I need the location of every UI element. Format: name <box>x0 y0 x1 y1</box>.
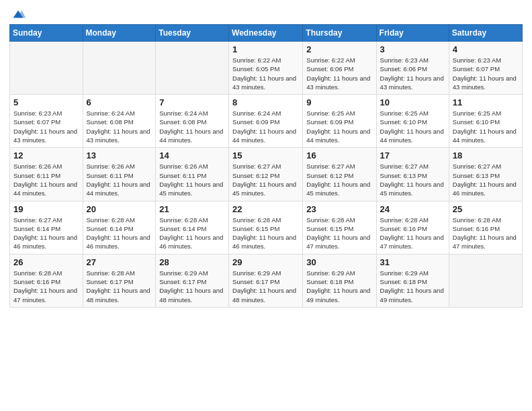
calendar-cell: 10Sunrise: 6:25 AM Sunset: 6:10 PM Dayli… <box>376 95 449 148</box>
day-number: 29 <box>232 257 299 267</box>
day-of-week-header: Tuesday <box>156 25 229 42</box>
calendar-cell <box>83 42 156 95</box>
calendar-cell: 23Sunrise: 6:28 AM Sunset: 6:15 PM Dayli… <box>303 201 376 254</box>
day-info: Sunrise: 6:24 AM Sunset: 6:09 PM Dayligh… <box>232 109 299 144</box>
day-number: 30 <box>306 257 372 267</box>
day-number: 18 <box>453 150 519 161</box>
calendar-cell: 3Sunrise: 6:23 AM Sunset: 6:06 PM Daylig… <box>376 42 449 95</box>
day-info: Sunrise: 6:23 AM Sunset: 6:07 PM Dayligh… <box>13 109 79 144</box>
logo-icon <box>11 7 26 21</box>
calendar-cell: 28Sunrise: 6:29 AM Sunset: 6:17 PM Dayli… <box>156 254 229 307</box>
day-number: 4 <box>453 44 519 54</box>
calendar-cell: 6Sunrise: 6:24 AM Sunset: 6:08 PM Daylig… <box>83 95 156 148</box>
day-info: Sunrise: 6:29 AM Sunset: 6:18 PM Dayligh… <box>380 269 445 304</box>
day-info: Sunrise: 6:25 AM Sunset: 6:10 PM Dayligh… <box>453 109 519 144</box>
calendar-cell: 27Sunrise: 6:28 AM Sunset: 6:17 PM Dayli… <box>83 254 156 307</box>
calendar-week-row: 1Sunrise: 6:22 AM Sunset: 6:05 PM Daylig… <box>10 42 523 95</box>
calendar-cell: 15Sunrise: 6:27 AM Sunset: 6:12 PM Dayli… <box>229 148 303 201</box>
calendar-cell: 9Sunrise: 6:25 AM Sunset: 6:09 PM Daylig… <box>303 95 376 148</box>
day-info: Sunrise: 6:28 AM Sunset: 6:16 PM Dayligh… <box>380 216 445 251</box>
calendar-cell: 30Sunrise: 6:29 AM Sunset: 6:18 PM Dayli… <box>303 254 376 307</box>
day-of-week-header: Thursday <box>303 25 376 42</box>
day-number: 24 <box>380 204 445 214</box>
day-number: 27 <box>87 257 152 267</box>
calendar-week-row: 12Sunrise: 6:26 AM Sunset: 6:11 PM Dayli… <box>10 148 523 201</box>
day-info: Sunrise: 6:28 AM Sunset: 6:14 PM Dayligh… <box>159 216 225 251</box>
day-info: Sunrise: 6:27 AM Sunset: 6:12 PM Dayligh… <box>306 162 372 197</box>
calendar-cell: 2Sunrise: 6:22 AM Sunset: 6:06 PM Daylig… <box>303 42 376 95</box>
day-info: Sunrise: 6:28 AM Sunset: 6:16 PM Dayligh… <box>453 216 519 251</box>
day-number: 14 <box>159 150 225 161</box>
day-info: Sunrise: 6:26 AM Sunset: 6:11 PM Dayligh… <box>159 162 225 197</box>
day-info: Sunrise: 6:22 AM Sunset: 6:06 PM Dayligh… <box>306 56 372 91</box>
page: SundayMondayTuesdayWednesdayThursdayFrid… <box>0 0 532 411</box>
day-info: Sunrise: 6:27 AM Sunset: 6:13 PM Dayligh… <box>453 162 519 197</box>
calendar-cell: 17Sunrise: 6:27 AM Sunset: 6:13 PM Dayli… <box>376 148 449 201</box>
day-info: Sunrise: 6:27 AM Sunset: 6:12 PM Dayligh… <box>232 162 299 197</box>
day-info: Sunrise: 6:28 AM Sunset: 6:14 PM Dayligh… <box>87 216 152 251</box>
day-info: Sunrise: 6:23 AM Sunset: 6:07 PM Dayligh… <box>453 56 519 91</box>
calendar-cell: 1Sunrise: 6:22 AM Sunset: 6:05 PM Daylig… <box>229 42 303 95</box>
day-number: 8 <box>232 97 299 107</box>
day-of-week-header: Friday <box>376 25 449 42</box>
day-info: Sunrise: 6:27 AM Sunset: 6:14 PM Dayligh… <box>13 216 79 251</box>
day-number: 31 <box>380 257 445 267</box>
day-number: 12 <box>13 150 79 161</box>
day-of-week-header: Monday <box>83 25 156 42</box>
calendar-cell: 5Sunrise: 6:23 AM Sunset: 6:07 PM Daylig… <box>10 95 83 148</box>
day-number: 11 <box>453 97 519 107</box>
day-of-week-header: Saturday <box>449 25 522 42</box>
day-info: Sunrise: 6:25 AM Sunset: 6:10 PM Dayligh… <box>380 109 445 144</box>
day-number: 22 <box>232 204 299 214</box>
calendar-cell: 7Sunrise: 6:24 AM Sunset: 6:08 PM Daylig… <box>156 95 229 148</box>
day-info: Sunrise: 6:28 AM Sunset: 6:17 PM Dayligh… <box>87 269 152 304</box>
calendar-cell: 12Sunrise: 6:26 AM Sunset: 6:11 PM Dayli… <box>10 148 83 201</box>
day-info: Sunrise: 6:29 AM Sunset: 6:17 PM Dayligh… <box>159 269 225 304</box>
calendar-cell <box>449 254 522 307</box>
calendar-cell: 19Sunrise: 6:27 AM Sunset: 6:14 PM Dayli… <box>10 201 83 254</box>
day-number: 21 <box>159 204 225 214</box>
day-number: 10 <box>380 97 445 107</box>
calendar-cell <box>10 42 83 95</box>
calendar-cell: 21Sunrise: 6:28 AM Sunset: 6:14 PM Dayli… <box>156 201 229 254</box>
calendar: SundayMondayTuesdayWednesdayThursdayFrid… <box>9 24 523 308</box>
day-number: 17 <box>380 150 445 161</box>
calendar-cell: 11Sunrise: 6:25 AM Sunset: 6:10 PM Dayli… <box>449 95 522 148</box>
calendar-week-row: 19Sunrise: 6:27 AM Sunset: 6:14 PM Dayli… <box>10 201 523 254</box>
day-info: Sunrise: 6:22 AM Sunset: 6:05 PM Dayligh… <box>232 56 299 91</box>
day-number: 13 <box>87 150 152 161</box>
day-info: Sunrise: 6:29 AM Sunset: 6:18 PM Dayligh… <box>306 269 372 304</box>
day-info: Sunrise: 6:23 AM Sunset: 6:06 PM Dayligh… <box>380 56 445 91</box>
day-of-week-header: Wednesday <box>229 25 303 42</box>
day-number: 2 <box>306 44 372 54</box>
day-number: 5 <box>13 97 79 107</box>
calendar-cell: 20Sunrise: 6:28 AM Sunset: 6:14 PM Dayli… <box>83 201 156 254</box>
day-info: Sunrise: 6:26 AM Sunset: 6:11 PM Dayligh… <box>13 162 79 197</box>
day-of-week-header: Sunday <box>10 25 83 42</box>
day-number: 28 <box>159 257 225 267</box>
calendar-week-row: 26Sunrise: 6:28 AM Sunset: 6:16 PM Dayli… <box>10 254 523 307</box>
day-info: Sunrise: 6:24 AM Sunset: 6:08 PM Dayligh… <box>87 109 152 144</box>
day-number: 20 <box>87 204 152 214</box>
day-number: 15 <box>232 150 299 161</box>
calendar-header-row: SundayMondayTuesdayWednesdayThursdayFrid… <box>10 25 523 42</box>
logo <box>9 7 26 19</box>
day-info: Sunrise: 6:28 AM Sunset: 6:15 PM Dayligh… <box>306 216 372 251</box>
day-number: 1 <box>232 44 299 54</box>
day-number: 26 <box>13 257 79 267</box>
day-info: Sunrise: 6:24 AM Sunset: 6:08 PM Dayligh… <box>159 109 225 144</box>
calendar-week-row: 5Sunrise: 6:23 AM Sunset: 6:07 PM Daylig… <box>10 95 523 148</box>
calendar-cell: 8Sunrise: 6:24 AM Sunset: 6:09 PM Daylig… <box>229 95 303 148</box>
calendar-cell: 4Sunrise: 6:23 AM Sunset: 6:07 PM Daylig… <box>449 42 522 95</box>
day-info: Sunrise: 6:26 AM Sunset: 6:11 PM Dayligh… <box>87 162 152 197</box>
calendar-cell: 31Sunrise: 6:29 AM Sunset: 6:18 PM Dayli… <box>376 254 449 307</box>
day-info: Sunrise: 6:28 AM Sunset: 6:15 PM Dayligh… <box>232 216 299 251</box>
calendar-cell: 18Sunrise: 6:27 AM Sunset: 6:13 PM Dayli… <box>449 148 522 201</box>
calendar-cell: 25Sunrise: 6:28 AM Sunset: 6:16 PM Dayli… <box>449 201 522 254</box>
day-info: Sunrise: 6:29 AM Sunset: 6:17 PM Dayligh… <box>232 269 299 304</box>
calendar-cell: 16Sunrise: 6:27 AM Sunset: 6:12 PM Dayli… <box>303 148 376 201</box>
calendar-cell: 24Sunrise: 6:28 AM Sunset: 6:16 PM Dayli… <box>376 201 449 254</box>
day-number: 19 <box>13 204 79 214</box>
calendar-cell: 14Sunrise: 6:26 AM Sunset: 6:11 PM Dayli… <box>156 148 229 201</box>
day-number: 16 <box>306 150 372 161</box>
